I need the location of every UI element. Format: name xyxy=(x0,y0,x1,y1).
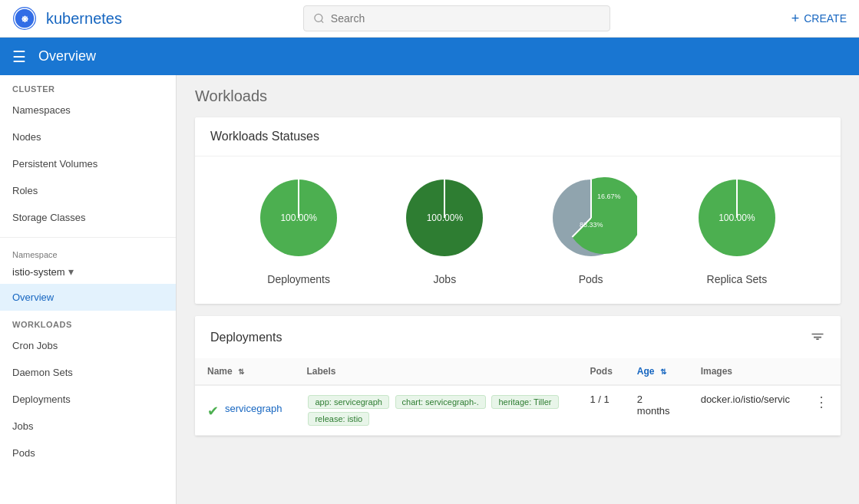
table-row: ✔ servicegraph app: servicegraph chart: … xyxy=(195,385,841,436)
create-label: CREATE xyxy=(804,12,847,25)
cluster-section-label: Cluster xyxy=(0,75,176,97)
header-title: Overview xyxy=(38,48,96,64)
app-name: kubernetes xyxy=(46,10,122,28)
svg-text:83.33%: 83.33% xyxy=(580,221,603,229)
namespace-dropdown-icon: ▾ xyxy=(68,265,74,278)
deployments-label: Deployments xyxy=(267,273,330,285)
row-labels-cell: app: servicegraph chart: servicegraph-. … xyxy=(294,385,577,436)
top-bar-left: ⎈ kubernetes xyxy=(12,6,122,31)
pods-label: Pods xyxy=(579,273,603,285)
svg-line-4 xyxy=(321,21,323,23)
kubernetes-logo-icon: ⎈ xyxy=(12,6,37,31)
table-header-row: Name ⇅ Labels Pods Age ⇅ Images xyxy=(195,358,841,385)
status-item-replica-sets: 100.00% Replica Sets xyxy=(691,172,783,285)
page-title: Workloads xyxy=(195,87,841,105)
deployments-header: Deployments xyxy=(195,316,841,358)
row-pods-cell: 1 / 1 xyxy=(578,385,625,436)
col-labels: Labels xyxy=(294,358,577,385)
search-bar[interactable] xyxy=(303,5,610,31)
jobs-pie-text: 100.00% xyxy=(427,212,463,223)
row-name-cell: ✔ servicegraph xyxy=(195,385,294,436)
label-tag-3[interactable]: release: istio xyxy=(308,412,369,426)
col-images: Images xyxy=(689,358,802,385)
sidebar: Cluster Namespaces Nodes Persistent Volu… xyxy=(0,75,177,504)
sidebar-item-roles[interactable]: Roles xyxy=(0,177,176,204)
replica-sets-label: Replica Sets xyxy=(707,273,768,285)
statuses-grid: 100.00% Deployments 100.00% Jobs xyxy=(195,156,841,304)
content-area: Workloads Workloads Statuses 100.00% Dep… xyxy=(177,75,859,504)
sidebar-divider xyxy=(0,237,176,238)
col-pods: Pods xyxy=(578,358,625,385)
sidebar-item-daemon-sets[interactable]: Daemon Sets xyxy=(0,359,176,386)
filter-icon[interactable] xyxy=(810,328,825,346)
pods-pie: 83.33% 16.67% xyxy=(545,172,637,264)
row-more-cell[interactable]: ⋮ xyxy=(802,385,841,436)
workloads-section-label: Workloads xyxy=(0,311,176,332)
sidebar-item-persistent-volumes[interactable]: Persistent Volumes xyxy=(0,150,176,177)
hamburger-menu-icon[interactable]: ☰ xyxy=(12,48,26,66)
jobs-pie: 100.00% xyxy=(398,172,491,264)
label-tag-2[interactable]: heritage: Tiller xyxy=(491,395,558,409)
sidebar-item-overview[interactable]: Overview xyxy=(0,284,176,311)
more-options-button[interactable]: ⋮ xyxy=(814,394,828,410)
name-sort-icon: ⇅ xyxy=(238,367,244,376)
col-name[interactable]: Name ⇅ xyxy=(195,358,294,385)
status-ok-icon: ✔ xyxy=(207,403,219,420)
sidebar-item-pods[interactable]: Pods xyxy=(0,440,176,466)
main-layout: Cluster Namespaces Nodes Persistent Volu… xyxy=(0,75,859,504)
status-item-deployments: 100.00% Deployments xyxy=(253,172,345,285)
workloads-statuses-card: Workloads Statuses 100.00% Deployments xyxy=(195,117,841,304)
plus-icon: + xyxy=(791,11,800,27)
row-age-cell: 2 months xyxy=(625,385,689,436)
status-item-pods: 83.33% 16.67% Pods xyxy=(545,172,637,285)
namespace-value: istio-system xyxy=(12,266,65,278)
search-icon xyxy=(313,12,325,25)
label-tag-1[interactable]: chart: servicegraph-. xyxy=(395,395,486,409)
workloads-statuses-title: Workloads Statuses xyxy=(195,117,841,156)
sidebar-item-cron-jobs[interactable]: Cron Jobs xyxy=(0,332,176,359)
label-tag-0[interactable]: app: servicegraph xyxy=(308,395,388,409)
search-input[interactable] xyxy=(331,12,600,25)
replica-sets-pie-text: 100.00% xyxy=(719,212,755,223)
col-actions xyxy=(802,358,841,385)
jobs-label: Jobs xyxy=(434,273,457,285)
deployments-card-title: Deployments xyxy=(210,331,282,344)
status-item-jobs: 100.00% Jobs xyxy=(398,172,491,285)
age-sort-icon: ⇅ xyxy=(660,367,666,376)
namespace-selector: Namespace xyxy=(0,244,176,265)
top-bar: ⎈ kubernetes + CREATE xyxy=(0,0,859,38)
replica-sets-pie: 100.00% xyxy=(691,172,783,264)
sidebar-item-deployments[interactable]: Deployments xyxy=(0,386,176,413)
sidebar-item-namespaces[interactable]: Namespaces xyxy=(0,97,176,124)
deployments-table: Name ⇅ Labels Pods Age ⇅ Images xyxy=(195,358,841,436)
svg-point-3 xyxy=(315,14,322,21)
row-images-cell: docker.io/istio/servic xyxy=(689,385,802,436)
svg-text:16.67%: 16.67% xyxy=(597,193,621,200)
sidebar-item-jobs[interactable]: Jobs xyxy=(0,413,176,440)
namespace-value-row[interactable]: istio-system ▾ xyxy=(0,265,176,284)
servicegraph-link[interactable]: servicegraph xyxy=(225,403,282,414)
deployments-pie-text: 100.00% xyxy=(280,212,316,223)
sidebar-item-storage-classes[interactable]: Storage Classes xyxy=(0,204,176,231)
deployments-pie: 100.00% xyxy=(253,172,345,264)
sidebar-item-nodes[interactable]: Nodes xyxy=(0,124,176,150)
col-age[interactable]: Age ⇅ xyxy=(625,358,689,385)
header-bar: ☰ Overview xyxy=(0,38,859,75)
namespace-label: Namespace xyxy=(12,250,58,259)
svg-text:⎈: ⎈ xyxy=(21,12,28,25)
create-button[interactable]: + CREATE xyxy=(791,11,847,27)
deployments-card: Deployments Name ⇅ Labels Pods xyxy=(195,316,841,436)
